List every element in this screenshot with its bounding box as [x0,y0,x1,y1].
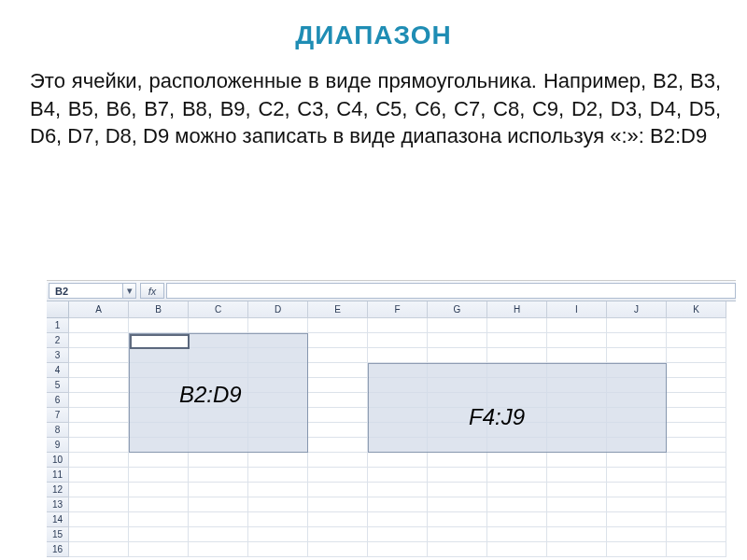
cell-area[interactable]: B2:D9 F4:J9 [69,318,736,557]
column-header[interactable]: E [308,301,368,318]
row-header[interactable]: 3 [47,348,69,363]
insert-function-button[interactable]: fx [140,283,164,299]
page-title: ДИАПАЗОН [0,0,747,50]
row-header[interactable]: 6 [47,393,69,408]
row-header[interactable]: 14 [47,512,69,527]
formula-bar-input[interactable] [166,283,736,299]
row-header[interactable]: 16 [47,542,69,557]
name-box-dropdown-icon[interactable]: ▾ [123,283,136,299]
row-header[interactable]: 7 [47,408,69,423]
row-header[interactable]: 12 [47,483,69,497]
active-cell-b2 [130,334,190,349]
row-header[interactable]: 8 [47,423,69,438]
row-header[interactable]: 5 [47,378,69,393]
select-all-corner[interactable] [47,301,69,318]
selection-range-b2d9 [129,333,308,453]
column-header[interactable]: D [248,301,308,318]
row-header[interactable]: 2 [47,333,69,348]
row-header[interactable]: 4 [47,363,69,378]
name-box[interactable]: B2 [49,283,123,299]
row-header[interactable]: 15 [47,527,69,542]
column-header[interactable]: I [547,301,607,318]
row-header[interactable]: 11 [47,468,69,483]
column-header[interactable]: J [607,301,667,318]
column-header[interactable]: K [667,301,726,318]
column-header[interactable]: B [129,301,189,318]
column-header[interactable]: F [368,301,428,318]
row-header[interactable]: 10 [47,453,69,468]
definition-paragraph: Это ячейки, расположенные в виде прямоуг… [0,50,747,150]
spreadsheet-grid: 1 2 3 4 5 6 7 8 9 10 11 12 13 14 15 16 A… [47,301,736,557]
selection-range-f4j9 [368,363,667,453]
column-header[interactable]: H [487,301,547,318]
row-header[interactable]: 13 [47,497,69,512]
row-header[interactable]: 9 [47,438,69,453]
spreadsheet-screenshot: B2 ▾ fx 1 2 3 4 5 6 7 8 9 10 11 12 13 14… [47,280,736,541]
column-header[interactable]: C [189,301,248,318]
column-header[interactable]: A [69,301,129,318]
formula-bar-row: B2 ▾ fx [47,281,736,301]
column-header[interactable]: G [428,301,487,318]
row-header[interactable]: 1 [47,318,69,333]
